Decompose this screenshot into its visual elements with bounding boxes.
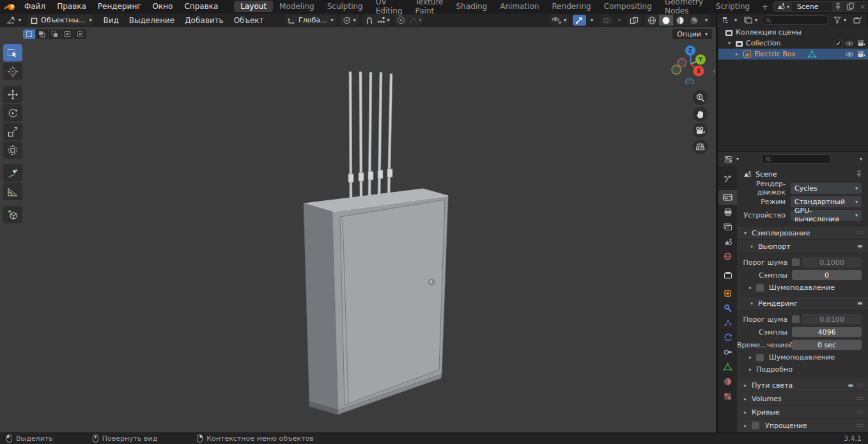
tool-cursor[interactable] bbox=[3, 63, 22, 80]
viewport-3d[interactable]: Опции ▾ ‹ bbox=[0, 27, 717, 432]
tab-object-data-properties[interactable] bbox=[718, 360, 737, 374]
scene-name[interactable]: Scene bbox=[792, 3, 832, 11]
pin-scene-button[interactable] bbox=[832, 2, 844, 12]
noise-threshold-value[interactable]: 0.1000 bbox=[802, 257, 862, 267]
simplify-checkbox[interactable] bbox=[752, 422, 759, 429]
panel-sampling-header[interactable]: ▾ Сэмплирование ∷∷ bbox=[737, 226, 868, 240]
tool-move[interactable] bbox=[3, 86, 22, 103]
tool-rotate[interactable] bbox=[3, 104, 22, 122]
navigation-gizmo[interactable]: Z Y X bbox=[670, 44, 711, 84]
tab-object-properties[interactable] bbox=[718, 286, 737, 301]
disable-render-camera-icon[interactable] bbox=[856, 40, 865, 47]
axis-neg-z-ball[interactable] bbox=[686, 79, 694, 85]
zoom-view-button[interactable] bbox=[693, 90, 708, 105]
tab-particle-properties[interactable] bbox=[718, 315, 737, 330]
properties-search[interactable] bbox=[762, 154, 831, 164]
outliner-row-collection[interactable]: ▾ Collection ✓ bbox=[718, 38, 868, 49]
tab-modifier-properties[interactable] bbox=[718, 301, 737, 315]
camera-view-button[interactable] bbox=[693, 123, 708, 138]
properties-search-input[interactable] bbox=[774, 155, 827, 163]
hide-viewport-eye-icon[interactable] bbox=[845, 40, 854, 47]
render-engine-dropdown[interactable]: Cycles ▾ bbox=[791, 183, 862, 194]
menu-help[interactable]: Справка bbox=[178, 1, 224, 12]
tab-texture-paint[interactable]: Texture Paint bbox=[409, 0, 450, 17]
select-intersect-mode-button[interactable] bbox=[74, 29, 86, 39]
browse-scene-button[interactable]: ▾ bbox=[774, 2, 792, 12]
menu-edit[interactable]: Правка bbox=[51, 1, 92, 12]
tab-shading[interactable]: Shading bbox=[449, 1, 493, 12]
tab-uv-editing[interactable]: UV Editing bbox=[369, 0, 409, 17]
noise-threshold-checkbox[interactable] bbox=[792, 258, 800, 266]
drag-dots-icon[interactable]: ∷∷ bbox=[857, 422, 863, 429]
tab-render-properties[interactable] bbox=[718, 190, 737, 205]
tool-measure[interactable] bbox=[3, 183, 22, 200]
editor-type-button[interactable]: ▾ bbox=[3, 15, 24, 26]
render-samples-value[interactable]: 4096 bbox=[792, 327, 862, 337]
select-set-mode-button[interactable] bbox=[23, 29, 35, 39]
tab-sculpting[interactable]: Sculpting bbox=[321, 1, 369, 12]
toggle-orthographic-button[interactable] bbox=[693, 139, 708, 154]
render-denoise-toggle[interactable]: ▸ Шумоподавление bbox=[737, 351, 868, 363]
outliner-filter-dropdown[interactable]: ▾ bbox=[831, 15, 849, 26]
tab-animation[interactable]: Animation bbox=[493, 1, 545, 12]
advanced-toggle[interactable]: ▸ Подробно bbox=[737, 363, 868, 376]
tab-collection-properties[interactable] bbox=[718, 267, 737, 282]
tab-world-properties[interactable] bbox=[718, 249, 737, 264]
denoise-checkbox[interactable] bbox=[756, 354, 764, 361]
pan-view-button[interactable] bbox=[693, 107, 708, 122]
new-scene-button[interactable] bbox=[844, 2, 856, 12]
outliner-row-scene-collection[interactable]: Коллекция сцены bbox=[718, 27, 868, 38]
tab-scene-properties[interactable] bbox=[718, 234, 737, 249]
drag-dots-icon[interactable]: ∷∷ bbox=[857, 395, 863, 402]
viewport-samples-value[interactable]: 0 bbox=[792, 270, 862, 280]
tab-geometry-nodes[interactable]: Geometry Nodes bbox=[658, 0, 709, 17]
disable-render-camera-icon[interactable] bbox=[856, 51, 865, 58]
select-subtract-mode-button[interactable] bbox=[49, 29, 61, 39]
select-invert-mode-button[interactable] bbox=[61, 29, 74, 39]
tab-output-properties[interactable] bbox=[718, 205, 737, 219]
panel-curves-header[interactable]: ▸ Кривые ∷∷ bbox=[737, 406, 868, 419]
device-dropdown[interactable]: GPU-вычисления ▾ bbox=[791, 210, 862, 221]
tab-compositing[interactable]: Compositing bbox=[598, 1, 658, 12]
noise-threshold-value[interactable]: 0.0100 bbox=[802, 314, 862, 324]
drag-dots-icon[interactable]: ∷∷ bbox=[857, 382, 863, 388]
outliner-search-input[interactable] bbox=[774, 17, 825, 24]
tab-rendering[interactable]: Rendering bbox=[545, 1, 597, 12]
panel-volumes-header[interactable]: ▸ Volumes ∷∷ bbox=[737, 392, 868, 406]
outliner-search[interactable] bbox=[762, 15, 829, 25]
tab-physics-properties[interactable] bbox=[718, 330, 737, 345]
sidebar-collapse-arrow[interactable]: ‹ bbox=[713, 67, 716, 75]
axis-neg-y-ball[interactable] bbox=[672, 65, 681, 74]
panel-simplify-header[interactable]: ▸ Упрощение ∷∷ bbox=[737, 419, 868, 432]
tab-constraint-properties[interactable] bbox=[718, 345, 737, 360]
panel-render-sampling-header[interactable]: ▾ Рендеринг ≡ bbox=[737, 297, 868, 310]
pin-icon[interactable] bbox=[856, 170, 862, 178]
tool-transform[interactable] bbox=[3, 141, 22, 159]
tab-layout[interactable]: Layout bbox=[234, 1, 273, 12]
tab-view-layer-properties[interactable] bbox=[718, 219, 737, 234]
drag-dots-icon[interactable]: ∷∷ bbox=[857, 409, 863, 415]
properties-editor-type-button[interactable]: ▾ bbox=[722, 154, 741, 164]
add-workspace-button[interactable]: + bbox=[756, 2, 773, 12]
noise-threshold-checkbox[interactable] bbox=[792, 315, 800, 323]
properties-options-dropdown[interactable]: ▾ bbox=[860, 156, 862, 162]
drag-dots-icon[interactable]: ∷∷ bbox=[857, 230, 863, 236]
collection-exclude-checkbox[interactable]: ✓ bbox=[835, 40, 842, 47]
disclosure-open-icon[interactable]: ▾ bbox=[726, 40, 732, 46]
new-collection-button[interactable] bbox=[851, 15, 864, 26]
hide-viewport-eye-icon[interactable] bbox=[845, 51, 854, 58]
preset-menu-icon[interactable]: ≡ bbox=[857, 299, 863, 308]
tool-scale[interactable] bbox=[3, 123, 22, 140]
viewport-denoise-toggle[interactable]: ▸ Шумоподавление bbox=[737, 281, 868, 294]
panel-viewport-sampling-header[interactable]: ▾ Вьюпорт ≡ bbox=[737, 240, 868, 253]
outliner-row-electric-box[interactable]: ▸ Electric Box bbox=[718, 49, 868, 59]
menu-add[interactable]: Добавить bbox=[180, 15, 228, 26]
denoise-checkbox[interactable] bbox=[756, 284, 764, 292]
feature-set-dropdown[interactable]: Стандартный ▾ bbox=[791, 196, 862, 207]
menu-select[interactable]: Выделение bbox=[124, 15, 180, 26]
menu-view[interactable]: Вид bbox=[98, 15, 123, 26]
menu-render[interactable]: Рендеринг bbox=[92, 1, 147, 12]
panel-light-paths-header[interactable]: ▸ Пути света ≡ ∷∷ bbox=[737, 379, 868, 392]
menu-window[interactable]: Окно bbox=[147, 1, 179, 12]
preset-menu-icon[interactable]: ≡ bbox=[848, 381, 853, 390]
